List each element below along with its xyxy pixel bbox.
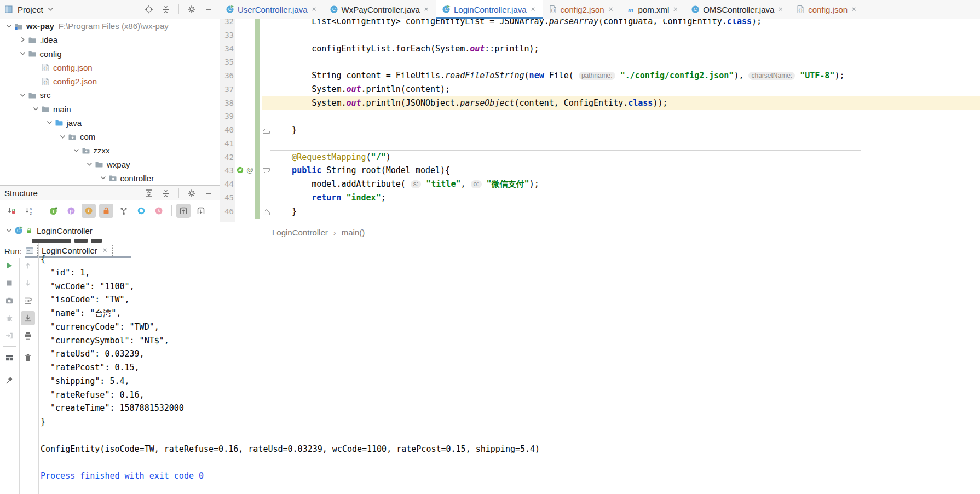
- structure-toggle-autoscroll-from-source-icon[interactable]: [194, 204, 208, 218]
- code-line-42[interactable]: 42@RequestMapping("/"): [220, 151, 980, 164]
- tree-item-java[interactable]: java: [0, 116, 220, 130]
- close-icon[interactable]: [851, 6, 857, 13]
- tree-item-wx-pay[interactable]: wx-payF:\Program Files (x86)\wx-pay: [0, 19, 220, 33]
- structure-toggle-show-anonymous-icon[interactable]: [134, 204, 148, 218]
- editor-tab-UserController.java[interactable]: CUserController.java: [220, 0, 324, 19]
- close-icon[interactable]: [672, 6, 679, 13]
- code-line-45[interactable]: 45return "index";: [220, 191, 980, 205]
- tree-item-controller[interactable]: controller: [0, 171, 220, 185]
- console-action-arrow-down-icon[interactable]: [21, 276, 35, 290]
- chevron-down-icon[interactable]: [4, 23, 14, 30]
- code-line-44[interactable]: 44model.addAttribute( s: "title", o: "微信…: [220, 177, 980, 191]
- fold-up-icon[interactable]: [262, 127, 270, 136]
- code-editor[interactable]: 32List<ConfigEntity> configEntityList = …: [220, 19, 980, 222]
- editor-tab-config2.json[interactable]: {}config2.json: [543, 0, 620, 19]
- editor-tab-WxPayController.java[interactable]: CWxPayController.java: [324, 0, 436, 19]
- structure-toggle-show-lambdas-icon[interactable]: λ: [152, 204, 166, 218]
- tree-item-.idea[interactable]: .idea: [0, 33, 220, 47]
- run-action-stop-icon[interactable]: [2, 276, 16, 290]
- chevron-right-icon[interactable]: [18, 37, 28, 43]
- chevron-down-icon[interactable]: [45, 119, 55, 126]
- chevron-down-icon[interactable]: [58, 134, 68, 140]
- project-action-minimize-icon[interactable]: [204, 5, 213, 14]
- tree-item-zzxx[interactable]: zzxx: [0, 143, 220, 157]
- structure-action-minimize-icon[interactable]: [204, 189, 213, 198]
- structure-toggle-group-methods-icon[interactable]: [117, 204, 131, 218]
- tree-item-wxpay[interactable]: wxpay: [0, 158, 220, 171]
- close-icon[interactable]: [777, 6, 784, 13]
- code-line-36[interactable]: 36String content = FileUtils.readFileToS…: [220, 69, 980, 83]
- spring-mapping-icon[interactable]: [236, 166, 244, 176]
- chevron-down-icon[interactable]: [85, 161, 95, 168]
- fold-down-icon[interactable]: [262, 167, 270, 177]
- structure-action-gear-icon[interactable]: [187, 189, 196, 198]
- close-icon[interactable]: [530, 6, 537, 13]
- tree-item-config.json[interactable]: {}config.json: [0, 61, 220, 74]
- code-line-34[interactable]: 34configEntityList.forEach(System.out::p…: [220, 42, 980, 56]
- code-line-41[interactable]: 41: [220, 137, 980, 151]
- console-action-softwrap-icon[interactable]: [21, 294, 35, 308]
- structure-toggle-sort-alpha-icon[interactable]: az: [22, 204, 36, 218]
- code-line-40[interactable]: 40}: [220, 123, 980, 137]
- editor-tab-OMSController.java[interactable]: COMSController.java: [685, 0, 790, 19]
- editor-tab-config.json[interactable]: {}config.json: [790, 0, 863, 19]
- code-line-38[interactable]: 38System.out.println(JSONObject.parseObj…: [220, 96, 980, 110]
- editor-tab-pom.xml[interactable]: mpom.xml: [620, 0, 685, 19]
- structure-toggle-show-inherited-icon[interactable]: I: [47, 204, 61, 218]
- code-line-39[interactable]: 39: [220, 110, 980, 123]
- code-line-37[interactable]: 37System.out.println(content);: [220, 83, 980, 96]
- project-action-collapse-all-icon[interactable]: [162, 5, 170, 14]
- tree-item-com[interactable]: com: [0, 130, 220, 143]
- chevron-down-icon[interactable]: [4, 227, 14, 234]
- structure-toggle-autoscroll-to-source-icon[interactable]: [176, 204, 191, 218]
- structure-toggle-show-fields-icon[interactable]: f: [82, 204, 96, 218]
- console-line: "currencySymbol": "NT$",: [41, 334, 975, 348]
- chevron-down-icon[interactable]: [18, 92, 28, 99]
- project-view-selector[interactable]: Project: [4, 5, 55, 14]
- breadcrumb-method[interactable]: main(): [342, 228, 365, 237]
- console-action-scroll-end-icon[interactable]: [21, 311, 35, 325]
- tree-item-src[interactable]: src: [0, 88, 220, 102]
- editor-tab-LoginController.java[interactable]: CLoginController.java: [436, 0, 543, 19]
- close-icon[interactable]: [608, 6, 614, 13]
- project-action-locate-icon[interactable]: [145, 5, 153, 14]
- structure-action-expand-all-icon[interactable]: [145, 189, 153, 198]
- structure-toggle-show-non-public-icon[interactable]: [99, 204, 113, 218]
- code-line-33[interactable]: 33: [220, 28, 980, 42]
- code-line-32[interactable]: 32List<ConfigEntity> configEntityList = …: [220, 19, 980, 28]
- chevron-down-icon[interactable]: [31, 106, 41, 112]
- annotation-gutter-icon[interactable]: @: [246, 164, 253, 177]
- run-action-layout-icon[interactable]: [2, 351, 16, 365]
- chevron-down-icon[interactable]: [99, 175, 108, 181]
- folder-icon: [41, 105, 50, 113]
- chevron-down-icon[interactable]: [72, 147, 82, 154]
- tree-item-config2.json[interactable]: {}config2.json: [0, 74, 220, 88]
- arrow-up-icon: [24, 261, 32, 270]
- tree-item-config[interactable]: config: [0, 47, 220, 61]
- fold-up-icon[interactable]: [262, 208, 270, 218]
- close-icon[interactable]: [423, 6, 430, 13]
- structure-toggle-sort-visibility-icon[interactable]: [4, 204, 19, 218]
- show-non-public-icon: [102, 206, 111, 215]
- run-action-camera-icon[interactable]: [2, 294, 16, 308]
- run-action-bug-restart-icon[interactable]: [2, 311, 16, 325]
- chevron-down-icon[interactable]: [18, 50, 28, 57]
- structure-toggle-show-properties-icon[interactable]: p: [64, 204, 78, 218]
- console-action-print-icon[interactable]: [21, 329, 35, 343]
- structure-action-collapse-all-icon[interactable]: [162, 189, 170, 198]
- breadcrumb-class[interactable]: LoginController: [272, 228, 328, 237]
- run-action-run-play-icon[interactable]: [2, 259, 16, 273]
- structure-item-logincontroller[interactable]: C LoginController: [0, 223, 220, 238]
- code-line-46[interactable]: 46}: [220, 205, 980, 219]
- code-line-43[interactable]: 43@public String root(Model model){: [220, 164, 980, 177]
- console-action-trash-icon[interactable]: [21, 351, 35, 365]
- run-action-pin-icon[interactable]: [2, 374, 16, 388]
- close-icon[interactable]: [311, 6, 318, 13]
- code-line-35[interactable]: 35: [220, 55, 980, 69]
- console-action-arrow-up-icon[interactable]: [21, 259, 35, 273]
- autoscroll-from-source-icon: [197, 206, 205, 215]
- tree-item-main[interactable]: main: [0, 102, 220, 116]
- project-action-gear-icon[interactable]: [187, 5, 196, 14]
- run-action-exit-icon[interactable]: [2, 329, 16, 343]
- console-output[interactable]: { "id": 1, "wcCode": "1100", "isoCode": …: [41, 252, 975, 483]
